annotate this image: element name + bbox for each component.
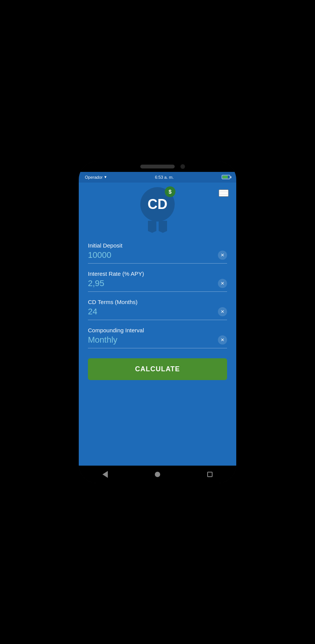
battery-fill [222, 176, 228, 178]
calculate-button[interactable]: CALCULATE [88, 358, 227, 380]
home-button[interactable] [155, 472, 160, 477]
notch-pill [140, 165, 175, 168]
initial-deposit-group: Initial Deposit ✕ [88, 242, 227, 264]
interest-rate-row: ✕ [88, 278, 227, 292]
cd-terms-label: CD Terms (Months) [88, 299, 227, 305]
menu-line-1 [219, 190, 228, 191]
menu-line-3 [219, 195, 228, 196]
ribbon-right [159, 221, 167, 233]
compounding-interval-group: Compounding Interval ✕ [88, 327, 227, 348]
form-area: Initial Deposit ✕ Interest Rate (% APY) … [79, 239, 236, 466]
status-left: Operador ▾ [85, 175, 107, 180]
menu-button[interactable] [219, 189, 229, 197]
interest-rate-group: Interest Rate (% APY) ✕ [88, 270, 227, 292]
interest-rate-input[interactable] [88, 278, 218, 288]
cd-logo: CD $ [140, 187, 175, 233]
interest-rate-clear-button[interactable]: ✕ [218, 279, 227, 288]
cd-terms-clear-button[interactable]: ✕ [218, 307, 227, 316]
compounding-interval-label: Compounding Interval [88, 327, 227, 333]
compounding-interval-input[interactable] [88, 335, 218, 345]
carrier-label: Operador [85, 175, 102, 180]
dollar-badge: $ [165, 186, 175, 197]
cd-terms-input[interactable] [88, 307, 218, 317]
back-button[interactable] [102, 471, 108, 478]
battery-icon [222, 175, 230, 179]
cd-text: CD [148, 196, 167, 212]
phone-frame: Operador ▾ 6:53 a. m. CD $ [79, 161, 236, 483]
initial-deposit-label: Initial Deposit [88, 242, 227, 249]
compounding-interval-row: ✕ [88, 335, 227, 348]
status-bar: Operador ▾ 6:53 a. m. [79, 172, 236, 183]
app-content: CD $ Initial Deposit [79, 183, 236, 466]
top-notch-bar [79, 161, 236, 172]
bottom-nav [79, 466, 236, 483]
app-header: CD $ [79, 183, 236, 239]
wifi-icon: ▾ [104, 175, 107, 180]
status-right [222, 175, 230, 179]
recents-button[interactable] [207, 472, 213, 477]
initial-deposit-input[interactable] [88, 250, 218, 260]
initial-deposit-clear-button[interactable]: ✕ [218, 251, 227, 260]
ribbon-left [148, 221, 156, 233]
initial-deposit-row: ✕ [88, 250, 227, 264]
cd-terms-group: CD Terms (Months) ✕ [88, 299, 227, 320]
cd-terms-row: ✕ [88, 307, 227, 320]
dollar-sign: $ [169, 189, 172, 195]
menu-line-2 [219, 193, 228, 194]
compounding-interval-clear-button[interactable]: ✕ [218, 335, 227, 345]
interest-rate-label: Interest Rate (% APY) [88, 270, 227, 277]
time-label: 6:53 a. m. [155, 175, 174, 180]
ribbon [148, 221, 167, 233]
cd-medal: CD $ [140, 187, 175, 222]
camera-dot [180, 164, 185, 169]
